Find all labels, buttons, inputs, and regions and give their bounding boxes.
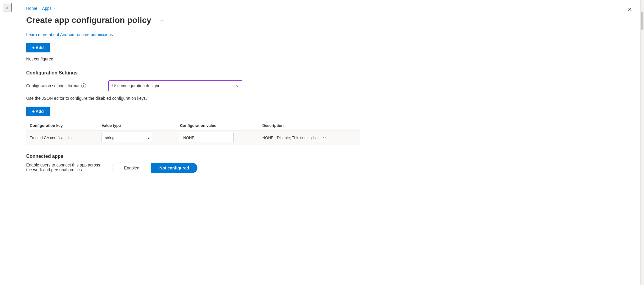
toggle-group: Enabled Not configured [112, 163, 198, 173]
config-settings-title: Configuration Settings [26, 70, 360, 76]
json-editor-note: Use the JSON editor to configure the dis… [26, 96, 360, 101]
breadcrumb-sep-2: › [53, 6, 54, 10]
value-type-dropdown-wrapper: string integer boolean ∨ [102, 133, 152, 142]
config-format-dropdown[interactable]: Use configuration designer Enter JSON da… [108, 80, 242, 91]
breadcrumb-apps[interactable]: Apps [42, 6, 52, 11]
config-table-body: Trusted CA certificate list... string in… [26, 130, 360, 145]
second-add-button[interactable]: + Add [26, 107, 50, 116]
main-content: ✕ Home › Apps › Create app configuration… [14, 0, 640, 285]
header-more-options-button[interactable]: ··· [155, 16, 166, 25]
col-header-description: Description [259, 121, 360, 130]
breadcrumb-sep-1: › [39, 6, 40, 10]
sidebar-collapse-button[interactable]: « [3, 3, 12, 12]
config-format-row: Configuration settings format ℹ Use conf… [26, 80, 360, 91]
connected-apps-title: Connected apps [26, 154, 360, 159]
page-title-row: Create app configuration policy ··· [26, 15, 360, 25]
connected-apps-row: Enable users to connect this app acrosst… [26, 163, 360, 173]
description-cell: NONE - Disable; This setting is... ··· [262, 134, 356, 141]
col-header-value-type: Value type [98, 121, 176, 130]
cell-value-type: string integer boolean ∨ [98, 130, 176, 145]
table-row: Trusted CA certificate list... string in… [26, 130, 360, 145]
row-more-options-button[interactable]: ··· [321, 134, 330, 141]
cell-description: NONE - Disable; This setting is... ··· [259, 130, 360, 145]
info-icon[interactable]: ℹ [81, 83, 86, 88]
not-configured-text: Not configured [26, 57, 360, 61]
cell-config-value [176, 130, 259, 145]
col-header-key: Configuration key [26, 121, 98, 130]
config-format-label: Configuration settings format ℹ [26, 83, 104, 88]
value-type-dropdown[interactable]: string integer boolean [102, 133, 152, 142]
first-add-button[interactable]: + Add [26, 43, 50, 52]
scrollbar-area [640, 0, 644, 285]
close-button[interactable]: ✕ [625, 5, 634, 14]
description-text: NONE - Disable; This setting is... [262, 136, 319, 140]
config-table: Configuration key Value type Configurati… [26, 121, 360, 145]
config-format-dropdown-wrapper: Use configuration designer Enter JSON da… [108, 80, 242, 91]
config-settings-section: Configuration Settings Configuration set… [26, 70, 360, 145]
learn-more-link[interactable]: Learn more about Android runtime permiss… [26, 32, 360, 37]
breadcrumb: Home › Apps › [26, 6, 360, 11]
toggle-enabled-button[interactable]: Enabled [112, 163, 151, 173]
cell-key: Trusted CA certificate list... [26, 130, 98, 145]
breadcrumb-home[interactable]: Home [26, 6, 37, 11]
connected-apps-label: Enable users to connect this app acrosst… [26, 163, 100, 172]
scrollbar-thumb[interactable] [641, 12, 643, 30]
toggle-not-configured-button[interactable]: Not configured [151, 163, 197, 173]
col-header-config-value: Configuration value [176, 121, 259, 130]
config-table-header: Configuration key Value type Configurati… [26, 121, 360, 130]
content-area: Home › Apps › Create app configuration p… [14, 0, 372, 185]
sidebar: « [0, 0, 14, 285]
page-title: Create app configuration policy [26, 15, 151, 25]
connected-apps-section: Connected apps Enable users to connect t… [26, 154, 360, 173]
config-value-input[interactable] [180, 133, 233, 142]
